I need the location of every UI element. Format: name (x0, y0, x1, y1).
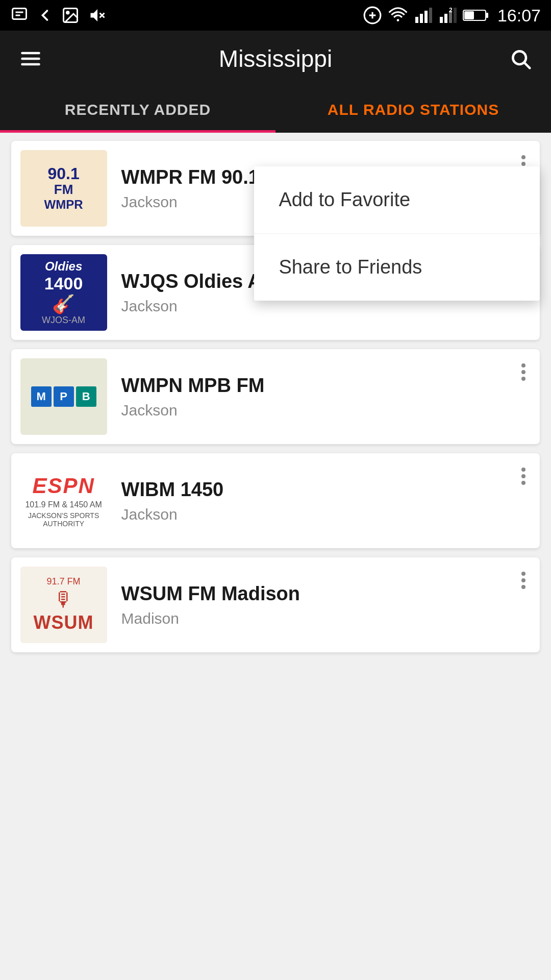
mpb-p-block: P (54, 386, 74, 407)
svg-rect-21 (486, 13, 488, 18)
wmpr-freq: 90.1 (47, 165, 79, 182)
context-menu-share-friends[interactable]: Share to Friends (254, 234, 540, 301)
wsum-mic-icon: 🎙 (54, 588, 74, 611)
svg-rect-18 (454, 8, 457, 23)
station-card-wmpn[interactable]: M P B WMPN MPB FM Jackson (11, 349, 540, 444)
espn-sub1: 101.9 FM & 1450 AM (25, 500, 102, 509)
battery-icon (463, 8, 489, 23)
station-card-wibm[interactable]: ESPN 101.9 FM & 1450 AM JACKSON'S SPORTS… (11, 453, 540, 548)
svg-rect-22 (464, 11, 474, 19)
search-button[interactable] (504, 42, 537, 75)
station-info-wibm: WIBM 1450 Jackson (121, 479, 531, 523)
status-bar-left-icons (10, 6, 105, 24)
back-icon (36, 6, 54, 24)
signal2-icon: 2 (438, 6, 457, 25)
tab-recently-added[interactable]: RECENTLY ADDED (0, 87, 276, 133)
wifi-icon (388, 6, 408, 25)
station-card-wsum[interactable]: 91.7 FM 🎙 WSUM WSUM FM Madison Madison (11, 557, 540, 652)
add-circle-icon (363, 6, 382, 25)
image-icon (61, 6, 80, 24)
svg-rect-14 (429, 8, 432, 23)
notification-icon (10, 6, 29, 24)
wmpr-call: WMPR (44, 198, 83, 212)
status-time: 16:07 (497, 6, 541, 26)
svg-rect-11 (415, 17, 418, 23)
tab-all-radio-stations[interactable]: ALL RADIO STATIONS (276, 87, 551, 133)
station-name-wibm: WIBM 1450 (121, 479, 531, 501)
mpb-m-block: M (31, 386, 52, 407)
svg-line-27 (524, 63, 530, 68)
more-button-wibm[interactable] (517, 463, 530, 489)
svg-point-10 (397, 19, 399, 21)
mpb-b-block: B (76, 386, 96, 407)
guitar-icon: 🎸 (52, 293, 75, 315)
svg-rect-12 (420, 14, 423, 23)
station-city-wibm: Jackson (121, 506, 531, 523)
tabs-bar: RECENTLY ADDED ALL RADIO STATIONS (0, 87, 551, 133)
svg-rect-13 (424, 11, 428, 23)
station-city-wmpn: Jackson (121, 402, 531, 419)
espn-brand: ESPN (32, 474, 94, 498)
station-name-wsum: WSUM FM Madison (121, 583, 531, 605)
signal1-icon (414, 6, 432, 25)
more-button-wmpn[interactable] (517, 359, 530, 385)
audio-icon (87, 6, 105, 24)
station-name-wmpn: WMPN MPB FM (121, 375, 531, 397)
page-title: Mississippi (47, 45, 504, 72)
context-menu: Add to Favorite Share to Friends (254, 166, 540, 301)
station-list: 90.1 FM WMPR WMPR FM 90.1 Jackson Add to… (0, 133, 551, 670)
station-logo-wmpr: 90.1 FM WMPR (20, 150, 107, 227)
station-logo-wjqs: Oldies 1400 🎸 WJOS-AM (20, 254, 107, 331)
svg-rect-0 (13, 9, 27, 19)
status-bar: 2 16:07 (0, 0, 551, 31)
station-logo-wmpn: M P B (20, 358, 107, 435)
svg-point-4 (67, 12, 69, 14)
station-info-wsum: WSUM FM Madison Madison (121, 583, 531, 627)
wsum-freq: 91.7 FM (47, 576, 81, 587)
station-logo-wsum: 91.7 FM 🎙 WSUM (20, 567, 107, 643)
status-bar-right-icons: 2 16:07 (363, 6, 541, 26)
wsum-letters: WSUM (34, 612, 94, 633)
station-city-wsum: Madison (121, 610, 531, 627)
svg-text:2: 2 (449, 7, 453, 14)
espn-sub2: JACKSON'S SPORTS AUTHORITY (20, 511, 107, 528)
more-button-wsum[interactable] (517, 568, 530, 593)
context-menu-add-favorite[interactable]: Add to Favorite (254, 166, 540, 234)
toolbar: Mississippi (0, 31, 551, 87)
svg-rect-16 (444, 14, 447, 23)
svg-rect-15 (440, 17, 443, 23)
station-info-wmpn: WMPN MPB FM Jackson (121, 375, 531, 419)
station-logo-wibm: ESPN 101.9 FM & 1450 AM JACKSON'S SPORTS… (20, 462, 107, 539)
wmpr-unit: FM (54, 182, 73, 198)
menu-button[interactable] (14, 42, 47, 75)
station-card-wmpr[interactable]: 90.1 FM WMPR WMPR FM 90.1 Jackson Add to… (11, 141, 540, 236)
